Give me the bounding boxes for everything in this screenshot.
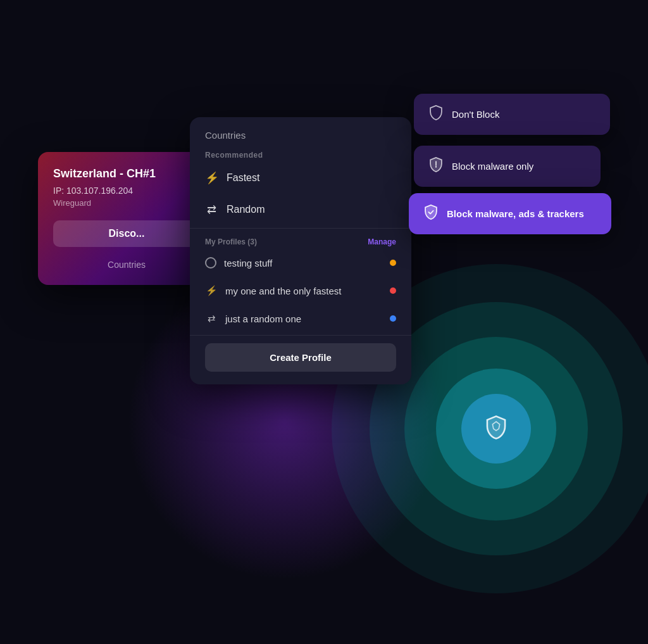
profile-circle-icon <box>205 257 216 268</box>
random-label: Random <box>227 204 265 215</box>
vpn-card-protocol: Wireguard <box>53 198 200 208</box>
bolt-icon: ⚡ <box>205 171 218 185</box>
vpn-card-title: Switzerland - CH#1 <box>53 167 200 180</box>
profile-item-2[interactable]: ⇄ just a random one <box>190 305 411 332</box>
disconnect-button[interactable]: Disco... <box>53 220 200 247</box>
dont-block-shield-icon <box>429 105 443 123</box>
block-all-label: Block malware, ads & trackers <box>447 207 584 220</box>
my-profiles-header: My Profiles (3) Manage <box>190 231 411 249</box>
vpn-card-countries-label[interactable]: Countries <box>53 260 200 270</box>
block-malware-card[interactable]: Block malware only <box>414 146 601 187</box>
profile-item-1[interactable]: ⚡ my one and the only fastest <box>190 277 411 305</box>
create-profile-button[interactable]: Create Profile <box>205 343 396 372</box>
profile-item-0[interactable]: testing stuff <box>190 249 411 277</box>
radar-shield-icon <box>485 415 507 442</box>
profile-dot-0 <box>390 260 396 266</box>
block-malware-label: Block malware only <box>452 160 533 173</box>
profile-random-icon: ⇄ <box>205 313 218 324</box>
radar-ring-5 <box>461 394 531 464</box>
profile-dot-2 <box>390 315 396 322</box>
profile-bolt-icon: ⚡ <box>205 285 218 296</box>
block-all-card[interactable]: Block malware, ads & trackers <box>409 193 611 234</box>
profile-label-0: testing stuff <box>224 258 390 268</box>
vpn-card-ip: IP: 103.107.196.204 <box>53 186 200 196</box>
block-all-shield-icon <box>424 205 438 223</box>
panel-header: Countries <box>190 117 411 146</box>
divider-1 <box>190 228 411 229</box>
fastest-label: Fastest <box>227 172 259 184</box>
profile-dot-1 <box>390 287 396 294</box>
profile-label-2: just a random one <box>225 313 390 324</box>
fastest-item[interactable]: ⚡ Fastest <box>190 162 411 194</box>
block-malware-shield-icon <box>429 157 443 175</box>
dont-block-card[interactable]: Don't Block <box>414 94 610 135</box>
random-icon: ⇄ <box>205 203 218 217</box>
divider-2 <box>190 335 411 336</box>
my-profiles-label: My Profiles (3) <box>205 237 257 246</box>
recommended-section-label: Recommended <box>190 146 411 162</box>
vpn-card: Switzerland - CH#1 IP: 103.107.196.204 W… <box>38 152 215 285</box>
profile-label-1: my one and the only fastest <box>225 286 390 296</box>
random-item[interactable]: ⇄ Random <box>190 194 411 225</box>
manage-link[interactable]: Manage <box>368 237 396 246</box>
countries-panel: Countries Recommended ⚡ Fastest ⇄ Random… <box>190 117 411 384</box>
dont-block-label: Don't Block <box>452 108 499 121</box>
